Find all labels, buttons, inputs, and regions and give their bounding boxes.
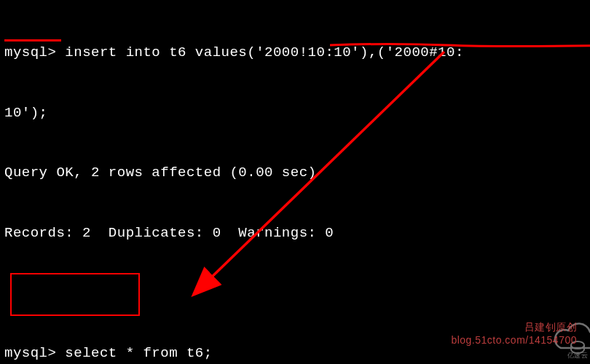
blank-line: [4, 284, 586, 304]
prompt: mysql>: [4, 345, 56, 361]
prompt: mysql>: [4, 44, 56, 60]
watermark-logo: 亿速云: [510, 298, 575, 339]
terminal-window[interactable]: mysql> insert into t6 values('2000!10:10…: [0, 0, 590, 364]
cmd-select: mysql> select * from t6;: [4, 344, 586, 364]
response-records: Records: 2 Duplicates: 0 Warnings: 0: [4, 223, 586, 244]
watermark-author: 吕建钊原创: [451, 320, 577, 333]
response-query-ok: Query OK, 2 rows affected (0.00 sec): [4, 163, 586, 183]
cmd-insert-line1: mysql> insert into t6 values('2000!10:10…: [4, 43, 586, 63]
insert-statement-part1: insert into t6 values('2000!10:10'),('20…: [65, 44, 464, 60]
watermark-text: 吕建钊原创 blog.51cto.com/14154700: [451, 320, 577, 347]
select-statement: select * from t6;: [65, 345, 212, 361]
annotation-underline-values: [295, 16, 583, 23]
annotation-underline-continuation: [4, 35, 61, 41]
cmd-insert-line2: 10');: [4, 103, 586, 124]
